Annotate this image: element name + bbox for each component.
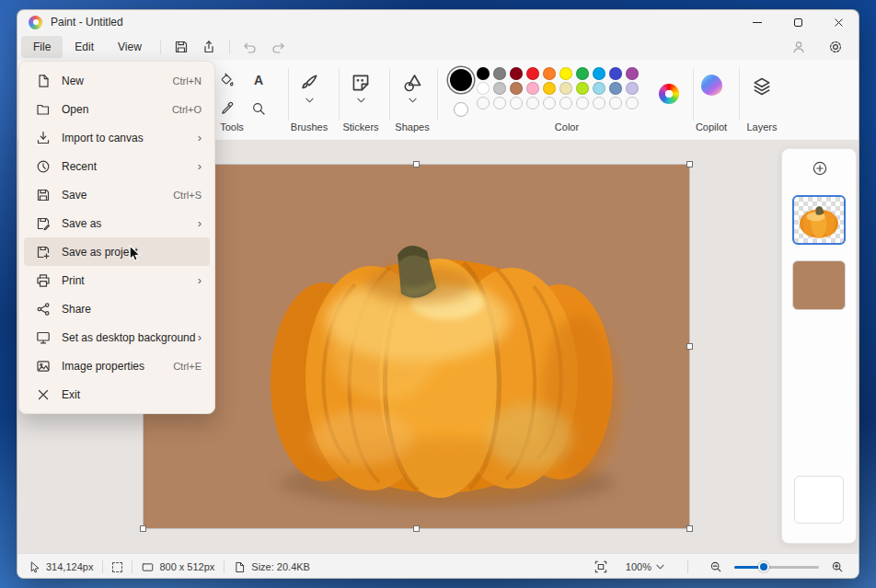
primary-color-swatch[interactable]	[450, 69, 472, 91]
canvas-resize-handle[interactable]	[413, 525, 420, 532]
edit-color-button[interactable]	[659, 84, 679, 104]
empty-color-slot[interactable]	[626, 97, 639, 110]
stickers-button[interactable]	[335, 73, 386, 93]
copilot-icon	[701, 75, 722, 96]
copilot-group[interactable]: Copilot	[686, 60, 737, 141]
empty-color-slot[interactable]	[559, 97, 572, 110]
fill-tool[interactable]	[212, 65, 243, 94]
zoom-slider-thumb[interactable]	[758, 561, 769, 572]
empty-color-slot[interactable]	[543, 97, 556, 110]
shapes-group[interactable]: Shapes	[386, 60, 438, 141]
brushes-button[interactable]	[283, 73, 335, 93]
settings-gear-icon	[828, 40, 843, 54]
add-layer-button[interactable]	[809, 157, 831, 179]
stickers-group[interactable]: Stickers	[335, 60, 386, 141]
magnifier-tool[interactable]	[243, 94, 274, 122]
empty-color-slot[interactable]	[510, 97, 523, 110]
brushes-dropdown[interactable]	[283, 98, 335, 103]
text-tool[interactable]: A	[243, 65, 274, 94]
ribbon-divider	[437, 68, 438, 121]
file-menu-item-print[interactable]: Print ›	[24, 266, 210, 294]
zoom-level-dropdown[interactable]: 100%	[620, 559, 670, 575]
canvas-resize-handle[interactable]	[140, 525, 146, 532]
color-swatch[interactable]	[526, 67, 539, 80]
color-swatch[interactable]	[510, 67, 523, 80]
file-menu-item-recent[interactable]: Recent ›	[24, 152, 210, 180]
canvas-resize-handle[interactable]	[686, 343, 693, 350]
menu-view[interactable]: View	[106, 36, 154, 58]
empty-color-slot[interactable]	[609, 97, 622, 110]
color-swatch[interactable]	[609, 67, 622, 80]
empty-color-slot[interactable]	[526, 97, 539, 110]
submenu-chevron-icon: ›	[198, 217, 202, 229]
close-button[interactable]	[818, 10, 859, 34]
file-menu-item-share[interactable]: Share	[24, 294, 210, 323]
color-swatch[interactable]	[510, 82, 523, 95]
color-swatch[interactable]	[593, 82, 605, 95]
brushes-group-label: Brushes	[283, 121, 335, 133]
save-button[interactable]	[167, 37, 195, 57]
undo-button[interactable]	[236, 37, 264, 57]
fit-to-screen-button[interactable]	[590, 557, 612, 577]
empty-color-slot[interactable]	[593, 97, 605, 110]
zoom-slider-track	[734, 566, 819, 569]
layer-thumbnail-background-color[interactable]	[792, 260, 846, 310]
file-menu-item-exit[interactable]: Exit	[24, 380, 210, 409]
color-swatch[interactable]	[477, 82, 490, 95]
canvas-resize-handle[interactable]	[686, 161, 693, 167]
file-menu-item-set-as-desktop-background[interactable]: Set as desktop background ›	[24, 323, 210, 352]
file-menu-item-open[interactable]: Open Ctrl+O	[24, 95, 210, 123]
file-menu-item-image-properties[interactable]: Image properties Ctrl+E	[24, 352, 210, 380]
redo-button[interactable]	[264, 37, 292, 57]
zoom-slider[interactable]	[734, 560, 819, 573]
color-swatch[interactable]	[526, 82, 539, 95]
settings-button[interactable]	[822, 37, 849, 57]
file-menu-item-save[interactable]: Save Ctrl+S	[24, 180, 210, 209]
shapes-dropdown[interactable]	[386, 98, 438, 103]
brushes-group[interactable]: Brushes	[283, 60, 335, 141]
zoom-out-button[interactable]	[706, 557, 726, 577]
file-menu-item-import-to-canvas[interactable]: Import to canvas ›	[24, 123, 210, 152]
color-swatch[interactable]	[609, 82, 622, 95]
menu-file[interactable]: File	[21, 36, 63, 58]
canvas-resize-handle[interactable]	[686, 525, 693, 532]
zoom-in-button[interactable]	[827, 557, 847, 577]
sticker-icon	[351, 73, 371, 93]
color-swatch[interactable]	[493, 67, 506, 80]
empty-color-slot[interactable]	[477, 97, 490, 110]
maximize-button[interactable]	[778, 10, 818, 34]
color-swatch[interactable]	[576, 67, 589, 80]
file-menu-item-new[interactable]: New Ctrl+N	[24, 66, 210, 95]
file-menu-item-save-as[interactable]: Save as ›	[24, 209, 210, 237]
color-swatch[interactable]	[559, 67, 572, 80]
color-swatch[interactable]	[593, 67, 605, 80]
empty-color-slot[interactable]	[576, 97, 589, 110]
account-button[interactable]	[785, 37, 813, 57]
color-swatch[interactable]	[559, 82, 572, 95]
layers-group[interactable]: Layers	[736, 60, 788, 141]
file-menu-item-save-as-project[interactable]: Save as project	[24, 237, 210, 266]
titlebar: Paint - Untitled	[17, 10, 859, 34]
drawing-canvas[interactable]	[144, 165, 689, 528]
layers-button[interactable]	[736, 76, 788, 97]
share-button[interactable]	[195, 37, 223, 57]
color-swatch[interactable]	[626, 67, 639, 80]
minimize-button[interactable]	[737, 10, 778, 34]
canvas-resize-handle[interactable]	[413, 161, 420, 167]
color-swatch[interactable]	[626, 82, 639, 95]
eyedropper-tool[interactable]	[212, 94, 243, 122]
color-swatch[interactable]	[576, 82, 589, 95]
copilot-button[interactable]	[686, 75, 737, 96]
color-swatch[interactable]	[477, 67, 490, 80]
background-layer-thumbnail[interactable]	[794, 476, 844, 524]
secondary-color-swatch[interactable]	[454, 102, 468, 117]
color-swatch[interactable]	[543, 82, 556, 95]
zoom-level-value: 100%	[626, 561, 651, 572]
color-swatch[interactable]	[543, 67, 556, 80]
layer-thumbnail-pumpkin[interactable]	[792, 195, 846, 245]
empty-color-slot[interactable]	[493, 97, 506, 110]
menu-edit[interactable]: Edit	[63, 36, 106, 58]
shapes-button[interactable]	[386, 73, 438, 93]
color-swatch[interactable]	[493, 82, 506, 95]
stickers-dropdown[interactable]	[335, 98, 386, 103]
